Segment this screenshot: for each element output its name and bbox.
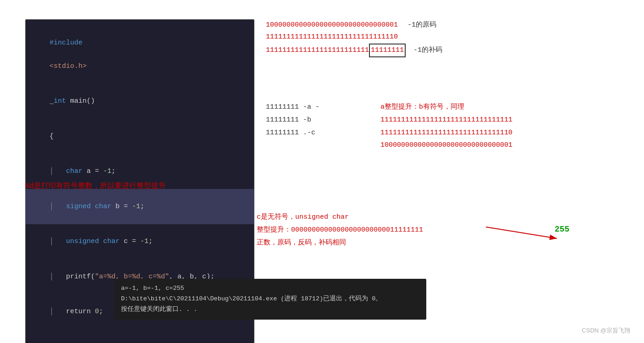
watermark: CSDN @宗旨飞翔 bbox=[582, 326, 630, 335]
code-line-signed-b: │ signed char b = -1; bbox=[26, 189, 254, 224]
value-255-label: 255 bbox=[555, 225, 569, 234]
binary-explanation: 10000000000000000000000000000001 -1的原码 1… bbox=[266, 19, 442, 57]
binary-line-1: 10000000000000000000000000000001 -1的原码 bbox=[266, 19, 442, 31]
unsigned-line-1: c是无符号，unsigned char bbox=[257, 211, 423, 224]
svg-line-1 bbox=[486, 227, 557, 238]
code-line-include: #include <stdio.h> bbox=[33, 25, 247, 84]
signed-line-2: 11111111111111111111111111111111 bbox=[380, 114, 512, 127]
signed-line-3: 11111111111111111111111111111110 bbox=[380, 127, 512, 139]
code-line-close: } bbox=[33, 329, 247, 343]
binary-line-2: 11111111111111111111111111111110 bbox=[266, 31, 442, 43]
signed-explanation: a整型提升：b有符号，同理 11111111111111111111111111… bbox=[380, 101, 512, 152]
unsigned-explanation: c是无符号，unsigned char 整型提升：000000000000000… bbox=[257, 211, 423, 249]
code-line-main: ⎯int main() bbox=[33, 84, 247, 119]
bits-section: 11111111 -a - 11111111 -b 11111111 .-c bbox=[266, 101, 319, 139]
bits-line-b: 11111111 -b bbox=[266, 114, 319, 127]
bits-line-a: 11111111 -a - bbox=[266, 101, 319, 114]
code-line-unsigned-c: │ unsigned char c = -1; bbox=[33, 224, 247, 260]
signed-line-1: a整型提升：b有符号，同理 bbox=[380, 101, 512, 114]
percent-d-text: %d是打印有符号整数，所以要进行整型提升 bbox=[25, 181, 166, 191]
terminal-line-3: 按任意键关闭此窗口. . . bbox=[121, 304, 420, 315]
bits-line-c: 11111111 .-c bbox=[266, 127, 319, 139]
percent-d-explanation: %d是打印有符号整数，所以要进行整型提升 bbox=[25, 181, 166, 191]
terminal-output: a=-1, b=-1, c=255 D:\bite\bite\C\2021110… bbox=[115, 279, 426, 320]
include-keyword: #include bbox=[50, 39, 83, 47]
arrow-diagram bbox=[486, 220, 559, 250]
code-line-open: { bbox=[33, 119, 247, 154]
signed-line-4: 10000000000000000000000000000001 bbox=[380, 139, 512, 152]
terminal-line-1: a=-1, b=-1, c=255 bbox=[121, 283, 420, 294]
terminal-line-2: D:\bite\bite\C\20211104\Debug\20211104.e… bbox=[121, 294, 420, 304]
unsigned-line-2: 整型提升：00000000000000000000000011111111 bbox=[257, 224, 423, 237]
binary-line-3: 111111111111111111111111111111111 -1的补码 bbox=[266, 44, 442, 57]
unsigned-line-3: 正数，原码，反码，补码相同 bbox=[257, 237, 423, 249]
